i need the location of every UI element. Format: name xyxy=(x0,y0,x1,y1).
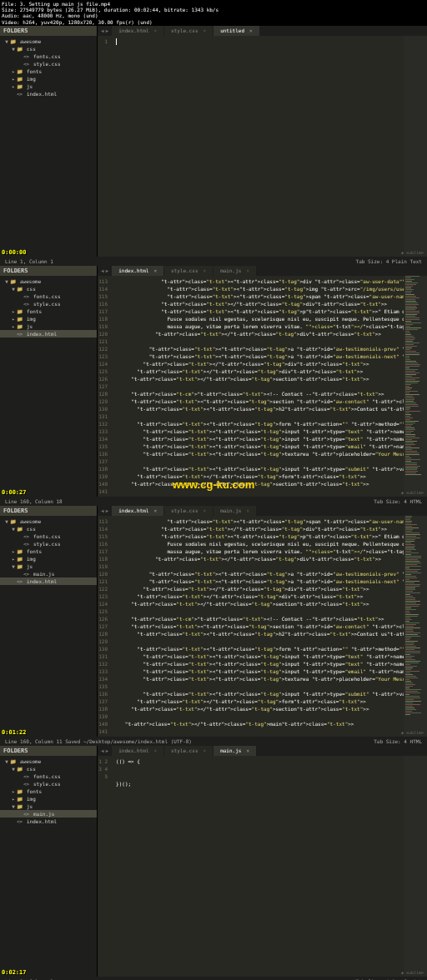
tree-item-label: img xyxy=(27,316,36,322)
editor-main: ◀▶index.html×style.css×main.js×113 114 1… xyxy=(98,266,427,497)
tree-item[interactable]: <>fonts.css xyxy=(0,52,97,60)
folder-icon: 📁 xyxy=(17,563,25,569)
back-icon[interactable]: ◀ xyxy=(101,268,104,273)
close-icon[interactable]: × xyxy=(203,508,207,513)
close-icon[interactable]: × xyxy=(249,28,253,33)
status-right[interactable]: Tab Size: 4 Plain Text xyxy=(356,258,422,264)
code-editor[interactable] xyxy=(111,36,404,257)
close-icon[interactable]: × xyxy=(203,28,207,33)
tab[interactable]: untitled× xyxy=(214,26,259,36)
status-right[interactable]: Tab Size: 4 HTML xyxy=(374,498,422,504)
back-icon[interactable]: ◀ xyxy=(101,28,104,33)
tab[interactable]: style.css× xyxy=(164,266,213,276)
tree-item[interactable]: <>style.css xyxy=(0,60,97,68)
tree-item[interactable]: ▸📁img xyxy=(0,555,97,562)
tree-item[interactable]: ▸📁img xyxy=(0,795,97,802)
tree-item[interactable]: <>fonts.css xyxy=(0,772,97,780)
tree-item[interactable]: ▸📁img xyxy=(0,315,97,322)
tab[interactable]: index.html× xyxy=(112,506,163,516)
tree-item[interactable]: <>style.css xyxy=(0,780,97,788)
status-left: Line 160, Column 18 xyxy=(5,498,63,504)
tree-item[interactable]: ▼📁js xyxy=(0,562,97,570)
tree-item[interactable]: ▼📁css xyxy=(0,45,97,52)
sidebar: FOLDERS▼📁awesome▼📁css<>fonts.css<>style.… xyxy=(0,506,98,737)
forward-icon[interactable]: ▶ xyxy=(106,748,109,753)
tab[interactable]: style.css× xyxy=(164,506,213,516)
close-icon[interactable]: × xyxy=(203,748,207,753)
back-icon[interactable]: ◀ xyxy=(101,508,104,513)
tree-item[interactable]: ▸📁img xyxy=(0,75,97,82)
close-icon[interactable]: × xyxy=(246,748,249,753)
close-icon[interactable]: × xyxy=(203,268,207,273)
disclosure-arrow-icon: ▸ xyxy=(10,323,17,329)
tree-item[interactable]: ▸📁js xyxy=(0,322,97,330)
tree-item[interactable]: ▼📁awesome xyxy=(0,758,97,765)
tree-item[interactable]: <>main.js xyxy=(0,810,97,818)
close-icon[interactable]: × xyxy=(246,508,249,513)
tree-item[interactable]: <>index.html xyxy=(0,818,97,825)
tree-item[interactable]: ▼📁awesome xyxy=(0,518,97,525)
tree-item[interactable]: ▸📁fonts xyxy=(0,68,97,75)
tab[interactable]: main.js× xyxy=(214,506,256,516)
minimap[interactable] xyxy=(404,516,427,737)
tree-item-label: fonts xyxy=(27,68,42,74)
code-editor[interactable]: (() => { })(); xyxy=(111,756,404,977)
forward-icon[interactable]: ▶ xyxy=(106,508,109,513)
folder-icon: 📁 xyxy=(10,278,18,284)
tree-item-label: main.js xyxy=(33,811,54,817)
tree-item[interactable]: <>index.html xyxy=(0,330,97,338)
tab[interactable]: main.js× xyxy=(214,746,256,756)
tree-item-label: index.html xyxy=(27,91,57,97)
tab[interactable]: main.js× xyxy=(214,266,256,276)
minimap[interactable] xyxy=(404,756,427,977)
tree-item[interactable]: <>index.html xyxy=(0,578,97,585)
status-left: Line 160, Column 11 Saved ~/Desktop/awes… xyxy=(5,738,192,744)
tree-item[interactable]: <>fonts.css xyxy=(0,532,97,540)
tree-item[interactable]: ▸📁fonts xyxy=(0,788,97,795)
tab-label: index.html xyxy=(118,28,148,33)
code-editor[interactable]: "t-attr">class="t-txt"><"t-attr">class="… xyxy=(111,276,404,497)
forward-icon[interactable]: ▶ xyxy=(106,28,109,33)
forward-icon[interactable]: ▶ xyxy=(106,268,109,273)
tree-item[interactable]: ▼📁css xyxy=(0,285,97,292)
close-icon[interactable]: × xyxy=(153,508,157,513)
tree-item[interactable]: <>fonts.css xyxy=(0,292,97,300)
editor-pane: FOLDERS▼📁awesome▼📁css<>fonts.css<>style.… xyxy=(0,266,427,506)
status-right[interactable]: Tab Size: 4 HTML xyxy=(374,738,422,744)
folder-icon: 📁 xyxy=(17,788,25,794)
tree-item-label: index.html xyxy=(27,818,57,824)
tab[interactable]: index.html× xyxy=(112,26,163,36)
tree-item[interactable]: <>style.css xyxy=(0,540,97,548)
close-icon[interactable]: × xyxy=(246,268,249,273)
close-icon[interactable]: × xyxy=(153,28,157,33)
tree-item[interactable]: ▸📁js xyxy=(0,82,97,90)
tab[interactable]: index.html× xyxy=(112,266,163,276)
tree-item[interactable]: ▸📁fonts xyxy=(0,548,97,555)
tree-item-label: fonts xyxy=(27,308,42,314)
tree-item[interactable]: ▼📁awesome xyxy=(0,278,97,285)
folder-icon: 📁 xyxy=(17,308,25,314)
tree-item[interactable]: <>main.js xyxy=(0,570,97,578)
disclosure-arrow-icon: ▸ xyxy=(10,76,17,82)
tree-item[interactable]: <>style.css xyxy=(0,300,97,308)
close-icon[interactable]: × xyxy=(153,748,157,753)
tree-item[interactable]: ▼📁awesome xyxy=(0,38,97,45)
minimap[interactable] xyxy=(404,36,427,257)
tree-item[interactable]: <>index.html xyxy=(0,90,97,98)
minimap[interactable] xyxy=(404,276,427,497)
tree-item[interactable]: ▼📁js xyxy=(0,802,97,810)
code-editor[interactable]: "t-attr">class="t-txt"><"t-attr">class="… xyxy=(111,516,404,737)
tree-item[interactable]: ▼📁css xyxy=(0,525,97,532)
tab[interactable]: style.css× xyxy=(164,746,213,756)
tab-label: style.css xyxy=(171,748,198,753)
back-icon[interactable]: ◀ xyxy=(101,748,104,753)
tree-item[interactable]: ▸📁fonts xyxy=(0,308,97,315)
tab-bar: ◀▶index.html×style.css×untitled× xyxy=(98,26,427,36)
tree-item[interactable]: ▼📁css xyxy=(0,765,97,772)
editor-pane: FOLDERS▼📁awesome▼📁css<>fonts.css<>style.… xyxy=(0,746,427,980)
tab[interactable]: style.css× xyxy=(164,26,213,36)
close-icon[interactable]: × xyxy=(153,268,157,273)
disclosure-arrow-icon: ▸ xyxy=(10,83,17,89)
tab[interactable]: index.html× xyxy=(112,746,163,756)
disclosure-arrow-icon: ▼ xyxy=(3,758,10,764)
